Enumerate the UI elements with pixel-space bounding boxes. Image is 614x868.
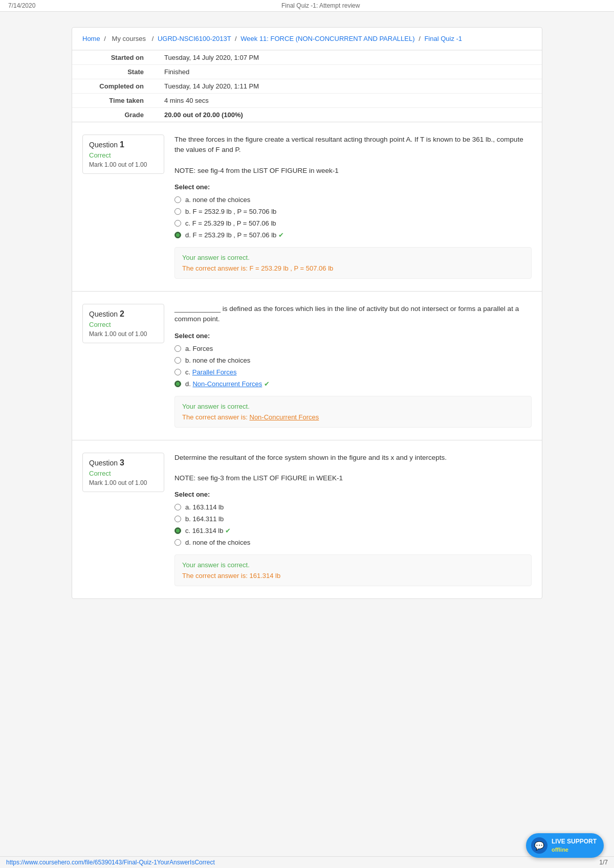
q2-status: Correct (89, 321, 158, 328)
q3-text: Determine the resultant of the force sys… (174, 453, 532, 484)
q3-feedback-correct: Your answer is correct. (182, 561, 524, 569)
q3-number: Question 3 (89, 458, 158, 468)
q2-label-c: c. Parallel Forces (185, 368, 236, 376)
q3-radio-a[interactable] (174, 504, 181, 510)
q2-option-b: b. none of the choices (174, 357, 532, 364)
question-2-wrapper: Question 2 Correct Mark 1.00 out of 1.00… (72, 291, 542, 440)
q2-text: ____________ is defined as the forces wh… (174, 304, 532, 325)
time-taken-label: Time taken (72, 94, 154, 108)
q1-option-a: a. none of the choices (174, 196, 532, 204)
q1-number: Question 1 (89, 140, 158, 149)
q3-feedback: Your answer is correct. The correct answ… (174, 554, 532, 586)
q1-feedback: Your answer is correct. The correct answ… (174, 247, 532, 279)
q1-label-d: d. F = 253.29 lb , P = 507.06 lb ✔ (185, 231, 284, 239)
q3-label-a: a. 163.114 lb (185, 503, 224, 511)
grade-label: Grade (72, 108, 154, 122)
q1-status: Correct (89, 151, 158, 159)
q3-mark: Mark 1.00 out of 1.00 (89, 479, 158, 486)
question-2-block: Question 2 Correct Mark 1.00 out of 1.00… (72, 291, 542, 440)
q2-radio-b[interactable] (174, 357, 181, 364)
q2-option-a: a. Forces (174, 345, 532, 352)
q3-option-b: b. 164.311 lb (174, 515, 532, 523)
q2-parallel-link[interactable]: Parallel Forces (192, 368, 237, 376)
q2-label-b: b. none of the choices (185, 357, 250, 364)
q3-radio-d[interactable] (174, 539, 181, 546)
q3-radio-c[interactable] (174, 527, 181, 534)
q1-feedback-correct: Your answer is correct. (182, 254, 524, 261)
summary-table: Started on Tuesday, 14 July 2020, 1:07 P… (72, 50, 542, 122)
main-container: Home / My courses / UGRD-NSCI6100-2013T … (72, 27, 542, 599)
completed-on-label: Completed on (72, 79, 154, 94)
breadcrumb-course[interactable]: UGRD-NSCI6100-2013T (158, 35, 231, 42)
page-title-top: Final Quiz -1: Attempt review (281, 2, 360, 9)
question-3-wrapper: Question 3 Correct Mark 1.00 out of 1.00… (72, 440, 542, 599)
q2-radio-a[interactable] (174, 345, 181, 352)
breadcrumb-home[interactable]: Home (82, 35, 100, 42)
q2-label-d: d. Non-Concurrent Forces ✔ (185, 380, 270, 388)
q1-label-b: b. F = 2532.9 lb , P = 50.706 lb (185, 208, 276, 215)
sep3: / (235, 35, 238, 42)
question-2-side: Question 2 Correct Mark 1.00 out of 1.00 (82, 304, 164, 343)
completed-on-value: Tuesday, 14 July 2020, 1:11 PM (154, 79, 542, 94)
q2-mark: Mark 1.00 out of 1.00 (89, 330, 158, 338)
q3-feedback-answer: The correct answer is: 161.314 lb (182, 572, 524, 580)
started-on-label: Started on (72, 51, 154, 65)
q2-feedback-correct: Your answer is correct. (182, 403, 524, 410)
breadcrumb-mycourses: My courses (112, 35, 146, 42)
question-3-block: Question 3 Correct Mark 1.00 out of 1.00… (72, 440, 542, 599)
q1-radio-c[interactable] (174, 220, 181, 227)
q3-select-label: Select one: (174, 491, 532, 498)
q2-number: Question 2 (89, 309, 158, 319)
sep4: / (419, 35, 422, 42)
q1-label-c: c. F = 25.329 lb , P = 507.06 lb (185, 219, 276, 227)
sep2: / (152, 35, 156, 42)
question-1-content: The three forces in the figure create a … (174, 135, 532, 279)
state-value: Finished (154, 65, 542, 79)
state-label: State (72, 65, 154, 79)
q3-status: Correct (89, 470, 158, 477)
q2-option-d: d. Non-Concurrent Forces ✔ (174, 380, 532, 388)
grade-value: 20.00 out of 20.00 (100%) (154, 108, 542, 122)
q3-label-d: d. none of the choices (185, 539, 250, 546)
question-1-block: Question 1 Correct Mark 1.00 out of 1.00… (72, 122, 542, 291)
breadcrumb: Home / My courses / UGRD-NSCI6100-2013T … (72, 28, 542, 50)
q2-radio-c[interactable] (174, 369, 181, 375)
breadcrumb-quiz[interactable]: Final Quiz -1 (424, 35, 462, 42)
question-3-side: Question 3 Correct Mark 1.00 out of 1.00 (82, 453, 164, 492)
q2-nonconcurrent-link[interactable]: Non-Concurrent Forces (192, 380, 262, 388)
question-3-content: Determine the resultant of the force sys… (174, 453, 532, 587)
q3-radio-b[interactable] (174, 516, 181, 522)
question-2-content: ____________ is defined as the forces wh… (174, 304, 532, 428)
q1-option-b: b. F = 2532.9 lb , P = 50.706 lb (174, 208, 532, 215)
q1-radio-d[interactable] (174, 232, 181, 238)
q1-feedback-answer: The correct answer is: F = 253.29 lb , P… (182, 264, 524, 272)
q2-feedback-answer: The correct answer is: Non-Concurrent Fo… (182, 413, 524, 421)
q3-option-c: c. 161.314 lb ✔ (174, 527, 532, 535)
time-taken-value: 4 mins 40 secs (154, 94, 542, 108)
q1-radio-a[interactable] (174, 196, 181, 203)
q1-select-label: Select one: (174, 183, 532, 191)
q1-option-c: c. F = 25.329 lb , P = 507.06 lb (174, 219, 532, 227)
q3-label-b: b. 164.311 lb (185, 515, 224, 523)
q1-radio-b[interactable] (174, 208, 181, 215)
question-1-wrapper: Question 1 Correct Mark 1.00 out of 1.00… (72, 122, 542, 291)
started-on-value: Tuesday, 14 July 2020, 1:07 PM (154, 51, 542, 65)
breadcrumb-week[interactable]: Week 11: FORCE (NON-CONCURRENT AND PARAL… (240, 35, 414, 42)
q1-option-d: d. F = 253.29 lb , P = 507.06 lb ✔ (174, 231, 532, 239)
q2-option-c: c. Parallel Forces (174, 368, 532, 376)
q2-label-a: a. Forces (185, 345, 213, 352)
q2-feedback: Your answer is correct. The correct answ… (174, 396, 532, 428)
q1-text: The three forces in the figure create a … (174, 135, 532, 176)
question-1-side: Question 1 Correct Mark 1.00 out of 1.00 (82, 135, 164, 174)
sep1: / (104, 35, 107, 42)
q2-select-label: Select one: (174, 332, 532, 340)
date-label: 7/14/2020 (8, 2, 35, 9)
q3-option-a: a. 163.114 lb (174, 503, 532, 511)
q1-label-a: a. none of the choices (185, 196, 250, 204)
q2-radio-d[interactable] (174, 381, 181, 387)
q3-option-d: d. none of the choices (174, 539, 532, 546)
q1-mark: Mark 1.00 out of 1.00 (89, 161, 158, 168)
q2-answer-link[interactable]: Non-Concurrent Forces (250, 413, 319, 421)
q3-label-c: c. 161.314 lb ✔ (185, 527, 231, 535)
